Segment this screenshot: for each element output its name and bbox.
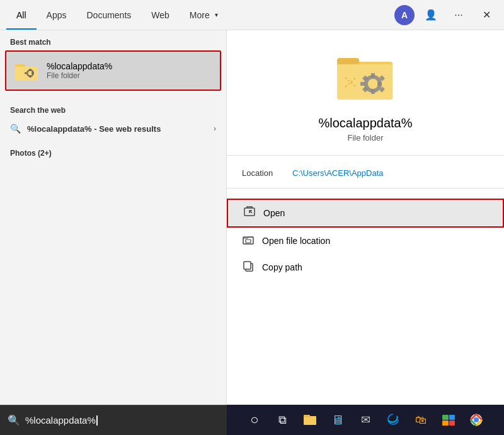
tab-documents[interactable]: Documents (76, 0, 141, 30)
divider (227, 155, 504, 156)
nav-tabs: All Apps Documents Web More ▾ (6, 0, 228, 30)
chevron-right-icon: › (214, 124, 216, 133)
svg-rect-15 (371, 90, 375, 94)
svg-rect-28 (304, 415, 310, 417)
open-icon (243, 206, 256, 220)
more-options-button[interactable]: ··· (447, 4, 470, 26)
tab-more[interactable]: More ▾ (180, 0, 228, 30)
svg-rect-8 (32, 72, 33, 74)
best-match-text: %localappdata% File folder (47, 61, 112, 80)
svg-rect-31 (442, 420, 449, 426)
taskbar-file-explorer-icon[interactable] (297, 407, 323, 432)
svg-rect-29 (442, 415, 449, 420)
close-icon: ✕ (483, 9, 491, 21)
photos-section: Photos (2+) (0, 141, 226, 161)
avatar-button[interactable]: A (394, 5, 415, 25)
person-icon: 👤 (425, 9, 437, 21)
web-result-text: %localappdata% - See web results (27, 124, 214, 134)
result-folder-icon (334, 49, 397, 106)
web-result-item[interactable]: 🔍 %localappdata% - See web results › (0, 119, 226, 139)
best-match-label: Best match (0, 30, 226, 50)
svg-rect-24 (246, 240, 251, 243)
location-row: Location C:\Users\ACER\AppData (227, 163, 504, 183)
search-web-label: Search the web (0, 98, 226, 119)
tab-apps[interactable]: Apps (37, 0, 77, 30)
svg-rect-5 (30, 69, 32, 71)
result-title: %localappdata% (319, 116, 413, 130)
divider-2 (227, 188, 504, 188)
svg-rect-27 (304, 416, 316, 425)
svg-rect-14 (371, 73, 375, 78)
svg-rect-30 (449, 415, 455, 420)
taskbar-icons: ○ ⧉ 🖥 ✉ 🛍 (227, 407, 504, 432)
top-navigation: All Apps Documents Web More ▾ A 👤 ··· ✕ (0, 0, 504, 30)
search-box-value: %localappdata% (25, 415, 96, 426)
taskbar: 🔍 %localappdata% ○ ⧉ 🖥 ✉ 🛍 (0, 405, 504, 435)
best-match-title: %localappdata% (47, 61, 112, 71)
tab-web[interactable]: Web (141, 0, 180, 30)
file-location-icon (242, 234, 255, 248)
open-file-location-button[interactable]: Open file location (227, 228, 504, 254)
copy-path-button[interactable]: Copy path (227, 254, 504, 281)
search-icon: 🔍 (10, 124, 21, 134)
photos-label: Photos (2+) (0, 141, 226, 161)
copy-path-label: Copy path (262, 262, 302, 272)
taskbar-chrome-icon[interactable] (464, 407, 489, 432)
svg-rect-26 (244, 262, 251, 269)
taskbar-xbox-icon[interactable] (436, 407, 461, 432)
open-file-location-label: Open file location (262, 236, 330, 246)
taskbar-cortana-icon[interactable]: ○ (242, 407, 267, 432)
taskbar-store-icon[interactable]: 🛍 (408, 407, 433, 432)
svg-rect-10 (337, 58, 359, 64)
chevron-down-icon: ▾ (215, 11, 218, 18)
ellipsis-icon: ··· (454, 9, 462, 21)
taskbar-edge-icon[interactable] (381, 407, 406, 432)
nav-right-controls: A 👤 ··· ✕ (394, 4, 498, 26)
folder-icon (14, 58, 39, 83)
open-label: Open (263, 208, 285, 218)
svg-rect-6 (30, 76, 32, 78)
best-match-subtitle: File folder (47, 71, 112, 80)
svg-rect-17 (377, 82, 382, 86)
svg-point-13 (368, 79, 378, 89)
text-cursor (96, 415, 98, 426)
taskbar-mail-icon[interactable]: ✉ (353, 407, 378, 432)
user-icon-button[interactable]: 👤 (420, 4, 442, 26)
svg-rect-16 (360, 82, 365, 86)
search-web-section: Search the web 🔍 %localappdata% - See we… (0, 98, 226, 139)
search-box-icon: 🔍 (8, 414, 20, 426)
search-box-area[interactable]: 🔍 %localappdata% (0, 405, 227, 435)
svg-rect-7 (25, 72, 26, 74)
left-panel: Best match %localappdat (0, 30, 227, 405)
result-actions: Open Open file location (227, 199, 504, 281)
svg-rect-32 (449, 420, 455, 426)
svg-point-34 (474, 417, 479, 422)
right-panel: %localappdata% File folder Location C:\U… (227, 30, 504, 405)
result-subtitle: File folder (347, 133, 383, 142)
copy-icon (242, 260, 255, 274)
taskbar-task-view-icon[interactable]: ⧉ (270, 407, 295, 432)
location-value[interactable]: C:\Users\ACER\AppData (292, 168, 384, 178)
tab-all[interactable]: All (6, 0, 37, 30)
taskbar-browser-icon[interactable]: 🖥 (325, 407, 350, 432)
open-button[interactable]: Open (227, 199, 504, 228)
main-content: Best match %localappdat (0, 30, 504, 405)
close-button[interactable]: ✕ (475, 4, 498, 26)
location-label: Location (242, 168, 292, 178)
best-match-item[interactable]: %localappdata% File folder (5, 50, 221, 91)
